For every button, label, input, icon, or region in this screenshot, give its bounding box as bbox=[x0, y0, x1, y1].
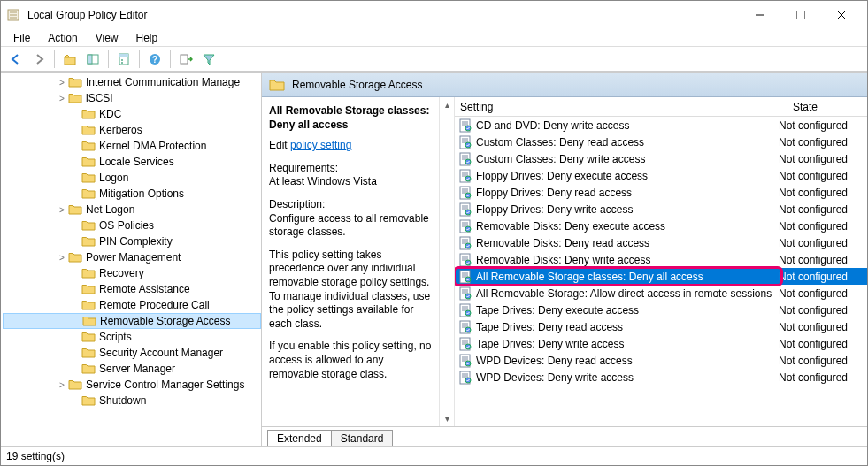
tree-item[interactable]: OS Policies bbox=[3, 218, 261, 233]
tree-item[interactable]: KDC bbox=[3, 106, 261, 122]
policy-row[interactable]: Floppy Drives: Deny write accessNot conf… bbox=[455, 201, 867, 218]
policy-row[interactable]: Floppy Drives: Deny execute accessNot co… bbox=[455, 167, 867, 184]
folder-icon bbox=[81, 331, 96, 343]
tree-item[interactable]: PIN Complexity bbox=[3, 233, 261, 249]
policy-row[interactable]: Removable Disks: Deny read accessNot con… bbox=[455, 234, 867, 251]
tree-item[interactable]: Server Manager bbox=[3, 361, 261, 377]
tree-item[interactable]: >Net Logon bbox=[3, 202, 261, 218]
col-header-setting[interactable]: Setting bbox=[455, 101, 787, 113]
properties-button[interactable] bbox=[114, 50, 134, 69]
tree-item[interactable]: Remote Procedure Call bbox=[3, 297, 261, 313]
close-button[interactable] bbox=[821, 2, 862, 28]
tree-item[interactable]: >Internet Communication Manage bbox=[3, 74, 261, 90]
policy-name: Tape Drives: Deny execute access bbox=[476, 304, 779, 317]
folder-icon bbox=[68, 251, 82, 264]
policy-icon bbox=[458, 320, 472, 334]
right-pane: Removable Storage Access All Removable S… bbox=[262, 73, 867, 446]
tree-item[interactable]: >iSCSI bbox=[3, 90, 261, 106]
policy-row[interactable]: WPD Devices: Deny read accessNot configu… bbox=[455, 352, 867, 369]
policy-icon bbox=[458, 270, 472, 284]
policy-state: Not configured bbox=[779, 304, 867, 317]
folder-icon bbox=[269, 78, 285, 92]
menubar: File Action View Help bbox=[1, 29, 867, 47]
policy-row[interactable]: Custom Classes: Deny write accessNot con… bbox=[455, 150, 867, 167]
back-button[interactable] bbox=[6, 50, 26, 69]
up-button[interactable] bbox=[60, 50, 80, 69]
minimize-button[interactable] bbox=[740, 2, 780, 28]
policy-icon bbox=[458, 303, 472, 317]
tree-item[interactable]: Security Account Manager bbox=[3, 345, 261, 361]
policy-state: Not configured bbox=[779, 355, 867, 367]
content-header: Removable Storage Access bbox=[262, 73, 867, 97]
tree-item-label: Removable Storage Access bbox=[100, 315, 230, 327]
policy-row[interactable]: WPD Devices: Deny write accessNot config… bbox=[455, 369, 867, 386]
menu-action[interactable]: Action bbox=[41, 30, 84, 46]
tree-item-label: Kerberos bbox=[99, 124, 142, 136]
policy-state: Not configured bbox=[779, 119, 867, 132]
tab-extended[interactable]: Extended bbox=[267, 430, 332, 446]
tree-item[interactable]: Remote Assistance bbox=[3, 281, 261, 297]
folder-icon bbox=[81, 267, 96, 279]
expand-arrow-icon[interactable]: > bbox=[56, 78, 68, 88]
scroll-up-icon[interactable]: ▴ bbox=[445, 100, 449, 110]
tree-item[interactable]: Locale Services bbox=[3, 154, 261, 170]
expand-arrow-icon[interactable]: > bbox=[56, 94, 68, 103]
tree-item[interactable]: >Service Control Manager Settings bbox=[3, 377, 261, 393]
tree-item[interactable]: Kernel DMA Protection bbox=[3, 138, 261, 154]
folder-icon bbox=[68, 378, 82, 391]
tree-item[interactable]: Removable Storage Access bbox=[3, 313, 261, 329]
policy-row[interactable]: Tape Drives: Deny read accessNot configu… bbox=[455, 318, 867, 335]
policy-row[interactable]: Removable Disks: Deny execute accessNot … bbox=[455, 218, 867, 234]
maximize-button[interactable] bbox=[780, 2, 821, 28]
policy-row[interactable]: Tape Drives: Deny execute accessNot conf… bbox=[455, 302, 867, 318]
export-button[interactable] bbox=[176, 50, 196, 69]
tree-pane[interactable]: >Internet Communication Manage>iSCSIKDCK… bbox=[1, 73, 262, 446]
tree-item[interactable]: Mitigation Options bbox=[3, 186, 261, 202]
tree-item[interactable]: Recovery bbox=[3, 265, 261, 281]
expand-arrow-icon[interactable]: > bbox=[56, 253, 68, 263]
content-header-title: Removable Storage Access bbox=[292, 79, 422, 91]
tree-item[interactable]: >Power Management bbox=[3, 249, 261, 265]
policy-row[interactable]: All Removable Storage: Allow direct acce… bbox=[455, 285, 867, 302]
statusbar: 19 setting(s) bbox=[1, 446, 867, 465]
svg-rect-10 bbox=[88, 55, 92, 64]
show-hide-tree-button[interactable] bbox=[83, 50, 103, 69]
help-button[interactable]: ? bbox=[145, 50, 165, 69]
svg-rect-5 bbox=[796, 11, 805, 19]
policy-name: Custom Classes: Deny write access bbox=[476, 153, 779, 165]
tree-item-label: Mitigation Options bbox=[99, 187, 184, 200]
tab-standard[interactable]: Standard bbox=[331, 430, 394, 446]
policy-row[interactable]: CD and DVD: Deny write accessNot configu… bbox=[455, 117, 867, 134]
tree-item[interactable]: Scripts bbox=[3, 329, 261, 345]
folder-icon bbox=[81, 124, 96, 136]
policy-row[interactable]: Removable Disks: Deny write accessNot co… bbox=[455, 251, 867, 268]
scroll-down-icon[interactable]: ▾ bbox=[445, 414, 449, 424]
inner-scrollbar[interactable]: ▴ ▾ bbox=[439, 97, 455, 426]
tree-item[interactable]: Kerberos bbox=[3, 122, 261, 138]
forward-button[interactable] bbox=[29, 50, 49, 69]
policy-row[interactable]: Floppy Drives: Deny read accessNot confi… bbox=[455, 184, 867, 201]
menu-view[interactable]: View bbox=[88, 30, 126, 46]
policy-name: WPD Devices: Deny write access bbox=[476, 371, 779, 384]
col-header-state[interactable]: State bbox=[787, 101, 867, 113]
tree-item-label: Server Manager bbox=[99, 363, 175, 375]
expand-arrow-icon[interactable]: > bbox=[56, 380, 68, 390]
folder-icon bbox=[81, 394, 96, 407]
filter-button[interactable] bbox=[199, 50, 219, 69]
policy-row[interactable]: Custom Classes: Deny read accessNot conf… bbox=[455, 134, 867, 150]
menu-help[interactable]: Help bbox=[129, 30, 165, 46]
policy-setting-link[interactable]: policy setting bbox=[290, 139, 351, 151]
folder-icon bbox=[81, 219, 96, 232]
policy-row[interactable]: All Removable Storage classes: Deny all … bbox=[455, 268, 867, 285]
tree-item[interactable]: Logon bbox=[3, 170, 261, 186]
policy-name: Removable Disks: Deny read access bbox=[476, 237, 779, 249]
settings-list: Setting State CD and DVD: Deny write acc… bbox=[455, 97, 867, 426]
folder-icon bbox=[81, 140, 96, 152]
folder-icon bbox=[81, 299, 96, 311]
policy-row[interactable]: Tape Drives: Deny write accessNot config… bbox=[455, 335, 867, 352]
toolbar-separator bbox=[170, 50, 171, 68]
menu-file[interactable]: File bbox=[6, 30, 37, 46]
expand-arrow-icon[interactable]: > bbox=[56, 205, 68, 215]
window-controls bbox=[740, 2, 862, 28]
tree-item[interactable]: Shutdown bbox=[3, 393, 261, 409]
